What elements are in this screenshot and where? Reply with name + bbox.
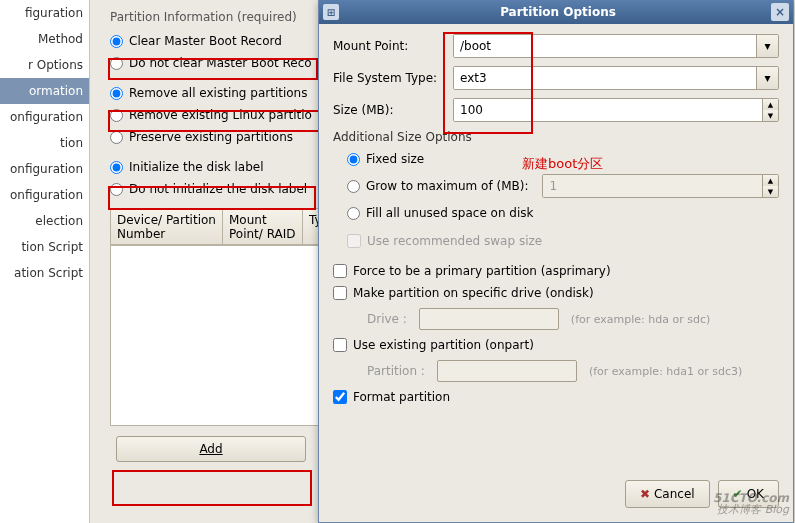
partition-hint: (for example: hda1 or sdc3) bbox=[589, 365, 742, 378]
ok-button[interactable]: ✔OK bbox=[718, 480, 779, 508]
swap-row: Use recommended swap size bbox=[347, 230, 779, 252]
format-checkbox[interactable] bbox=[333, 390, 347, 404]
grow-radio[interactable] bbox=[347, 180, 360, 193]
grow-spin: ▲▼ bbox=[542, 174, 779, 198]
partition-row: Partition : (for example: hda1 or sdc3) bbox=[367, 356, 779, 386]
fs-type-combo[interactable]: ▾ bbox=[453, 66, 779, 90]
asprimary-row[interactable]: Force to be a primary partition (asprima… bbox=[333, 260, 779, 282]
sidebar-item-3[interactable]: ormation bbox=[0, 78, 89, 104]
chevron-down-icon[interactable]: ▾ bbox=[756, 67, 778, 89]
sidebar-item-4[interactable]: onfiguration bbox=[0, 104, 89, 130]
ondisk-row[interactable]: Make partition on specific drive (ondisk… bbox=[333, 282, 779, 304]
ok-icon: ✔ bbox=[733, 487, 743, 501]
noinit-disk-radio[interactable] bbox=[110, 183, 123, 196]
init-disk-label: Initialize the disk label bbox=[129, 160, 264, 174]
sidebar-item-10[interactable]: ation Script bbox=[0, 260, 89, 286]
onpart-row[interactable]: Use existing partition (onpart) bbox=[333, 334, 779, 356]
sidebar-item-7[interactable]: onfiguration bbox=[0, 182, 89, 208]
sidebar-item-8[interactable]: election bbox=[0, 208, 89, 234]
mount-point-input[interactable] bbox=[454, 35, 756, 57]
ondisk-label: Make partition on specific drive (ondisk… bbox=[353, 286, 594, 300]
onpart-label: Use existing partition (onpart) bbox=[353, 338, 534, 352]
preserve-radio[interactable] bbox=[110, 131, 123, 144]
partition-options-dialog: ⊞ Partition Options × Mount Point: ▾ Fil… bbox=[318, 0, 794, 523]
grow-row[interactable]: Grow to maximum of (MB): ▲▼ bbox=[347, 170, 779, 202]
format-row[interactable]: Format partition bbox=[333, 386, 779, 408]
sidebar-item-2[interactable]: r Options bbox=[0, 52, 89, 78]
remove-all-label: Remove all existing partitions bbox=[129, 86, 307, 100]
mount-point-combo[interactable]: ▾ bbox=[453, 34, 779, 58]
fs-type-label: File System Type: bbox=[333, 71, 445, 85]
dialog-icon: ⊞ bbox=[323, 4, 339, 20]
fixed-size-label: Fixed size bbox=[366, 152, 424, 166]
mbr-clear-radio[interactable] bbox=[110, 35, 123, 48]
format-label: Format partition bbox=[353, 390, 450, 404]
remove-linux-label: Remove existing Linux partitio bbox=[129, 108, 312, 122]
grow-input bbox=[543, 175, 762, 197]
sidebar-item-6[interactable]: onfiguration bbox=[0, 156, 89, 182]
preserve-label: Preserve existing partitions bbox=[129, 130, 293, 144]
add-button-label: Add bbox=[199, 442, 222, 456]
sidebar-item-5[interactable]: tion bbox=[0, 130, 89, 156]
close-icon[interactable]: × bbox=[771, 3, 789, 21]
size-input[interactable] bbox=[454, 99, 762, 121]
init-disk-radio[interactable] bbox=[110, 161, 123, 174]
noinit-disk-label: Do not initialize the disk label bbox=[129, 182, 307, 196]
onpart-checkbox[interactable] bbox=[333, 338, 347, 352]
dialog-titlebar[interactable]: ⊞ Partition Options × bbox=[319, 0, 793, 24]
sidebar-item-0[interactable]: figuration bbox=[0, 0, 89, 26]
spin-down-icon[interactable]: ▼ bbox=[763, 110, 778, 121]
partition-table-header: Device/ Partition Number Mount Point/ RA… bbox=[110, 208, 324, 246]
drive-hint: (for example: hda or sdc) bbox=[571, 313, 710, 326]
sidebar-item-1[interactable]: Method bbox=[0, 26, 89, 52]
sidebar: figuration Method r Options ormation onf… bbox=[0, 0, 90, 523]
cancel-button[interactable]: ✖Cancel bbox=[625, 480, 710, 508]
fill-row[interactable]: Fill all unused space on disk bbox=[347, 202, 779, 224]
asprimary-checkbox[interactable] bbox=[333, 264, 347, 278]
additional-size-label: Additional Size Options bbox=[333, 130, 779, 144]
fixed-size-row[interactable]: Fixed size bbox=[347, 148, 779, 170]
ok-label: OK bbox=[747, 487, 764, 501]
sidebar-item-9[interactable]: tion Script bbox=[0, 234, 89, 260]
swap-label: Use recommended swap size bbox=[367, 234, 542, 248]
cancel-icon: ✖ bbox=[640, 487, 650, 501]
mbr-noclear-label: Do not clear Master Boot Reco bbox=[129, 56, 312, 70]
mount-point-label: Mount Point: bbox=[333, 39, 445, 53]
drive-input bbox=[419, 308, 559, 330]
spin-up-icon[interactable]: ▲ bbox=[763, 99, 778, 110]
partition-label: Partition : bbox=[367, 364, 425, 378]
grow-label: Grow to maximum of (MB): bbox=[366, 179, 528, 193]
spin-down-icon: ▼ bbox=[763, 186, 778, 197]
drive-row: Drive : (for example: hda or sdc) bbox=[367, 304, 779, 334]
remove-all-radio[interactable] bbox=[110, 87, 123, 100]
spin-up-icon: ▲ bbox=[763, 175, 778, 186]
partition-table-body[interactable] bbox=[110, 246, 324, 426]
size-spin[interactable]: ▲▼ bbox=[453, 98, 779, 122]
asprimary-label: Force to be a primary partition (asprima… bbox=[353, 264, 611, 278]
remove-linux-radio[interactable] bbox=[110, 109, 123, 122]
fs-type-input[interactable] bbox=[454, 67, 756, 89]
size-label: Size (MB): bbox=[333, 103, 445, 117]
drive-label: Drive : bbox=[367, 312, 407, 326]
table-col-mount[interactable]: Mount Point/ RAID bbox=[223, 209, 303, 244]
add-button[interactable]: Add bbox=[116, 436, 306, 462]
dialog-title: Partition Options bbox=[345, 5, 771, 19]
mbr-noclear-radio[interactable] bbox=[110, 57, 123, 70]
fill-label: Fill all unused space on disk bbox=[366, 206, 534, 220]
partition-input bbox=[437, 360, 577, 382]
chevron-down-icon[interactable]: ▾ bbox=[756, 35, 778, 57]
mbr-clear-label: Clear Master Boot Record bbox=[129, 34, 282, 48]
fixed-size-radio[interactable] bbox=[347, 153, 360, 166]
table-col-device[interactable]: Device/ Partition Number bbox=[111, 209, 223, 244]
fill-radio[interactable] bbox=[347, 207, 360, 220]
swap-checkbox bbox=[347, 234, 361, 248]
cancel-label: Cancel bbox=[654, 487, 695, 501]
ondisk-checkbox[interactable] bbox=[333, 286, 347, 300]
